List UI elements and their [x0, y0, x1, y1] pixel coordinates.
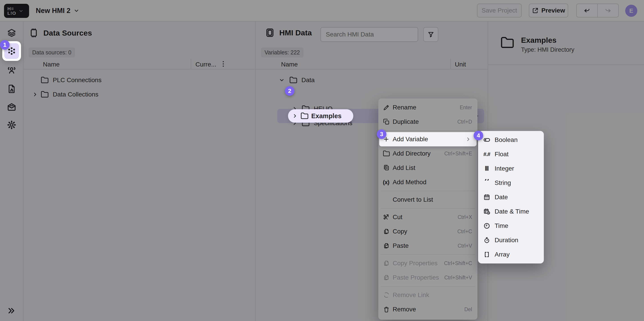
submenu-item-integer[interactable]: Ⅲ Integer	[478, 161, 544, 176]
submenu-item-date-time[interactable]: Date & Time	[478, 204, 544, 219]
calendar-clock-icon	[482, 208, 491, 215]
submenu-item-date[interactable]: Date	[478, 190, 544, 204]
step-badge-3: 3	[377, 129, 386, 139]
calendar-icon	[482, 194, 491, 201]
examples-label: Examples	[311, 112, 342, 120]
step-badge-1: 1	[0, 40, 10, 50]
array-brackets-icon	[482, 251, 491, 258]
submenu-item-string[interactable]: ” String	[478, 176, 544, 190]
submenu-item-time[interactable]: Time	[478, 219, 544, 233]
submenu-item-array[interactable]: Array	[478, 247, 544, 262]
clock-icon	[482, 222, 491, 229]
folder-icon	[300, 112, 308, 120]
submenu-item-boolean[interactable]: Boolean	[478, 133, 544, 147]
string-quotes-icon: ”	[482, 179, 491, 187]
float-icon: #.#	[482, 151, 491, 157]
stopwatch-icon	[482, 237, 491, 244]
integer-icon: Ⅲ	[482, 165, 491, 172]
step-badge-2: 2	[285, 86, 294, 96]
add-variable-submenu: Boolean #.# Float Ⅲ Integer ” String Dat…	[478, 131, 544, 263]
step-badge-4: 4	[474, 131, 483, 140]
menu-item-add-variable[interactable]: Add Variable	[379, 132, 476, 146]
examples-pill[interactable]: Examples	[288, 109, 353, 123]
boolean-toggle-icon	[482, 136, 491, 144]
tutorial-dim-overlay	[0, 0, 644, 321]
submenu-item-duration[interactable]: Duration	[478, 233, 544, 247]
chevron-right-icon[interactable]	[292, 113, 298, 119]
submenu-chevron-icon	[465, 136, 471, 142]
submenu-item-float[interactable]: #.# Float	[478, 147, 544, 161]
